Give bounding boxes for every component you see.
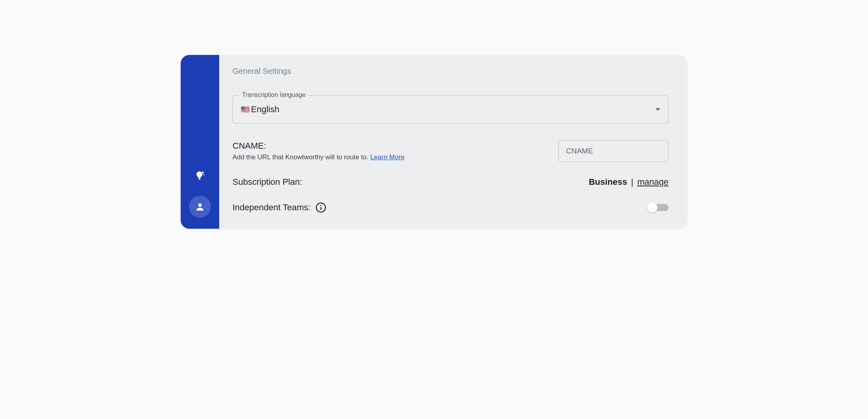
svg-rect-1 xyxy=(198,177,201,179)
cname-row: CNAME: Add the URL that Knowtworthy will… xyxy=(233,140,668,162)
sidebar-item-tips[interactable] xyxy=(189,164,211,186)
cname-learn-more-link[interactable]: Learn More xyxy=(370,153,405,161)
cname-label: CNAME: xyxy=(233,141,405,151)
info-icon[interactable] xyxy=(315,202,326,213)
svg-point-0 xyxy=(196,171,202,177)
svg-point-3 xyxy=(198,203,202,207)
toggle-knob xyxy=(647,202,657,213)
transcription-language-legend: Transcription language xyxy=(240,91,308,98)
person-icon xyxy=(195,202,205,212)
transcription-language-text: English xyxy=(251,104,279,115)
lightbulb-icon xyxy=(194,169,206,181)
us-flag-icon: 🇺🇸 xyxy=(241,106,249,113)
cname-description: Add the URL that Knowtworthy will to rou… xyxy=(233,153,405,161)
subscription-value: Business | manage xyxy=(589,177,668,187)
transcription-language-value: 🇺🇸 English xyxy=(241,104,279,115)
subscription-row: Subscription Plan: Business | manage xyxy=(233,177,668,187)
cname-label-block: CNAME: Add the URL that Knowtworthy will… xyxy=(233,141,405,161)
sidebar-item-account[interactable] xyxy=(189,196,211,218)
independent-teams-row: Independent Teams: xyxy=(233,202,668,213)
subscription-label: Subscription Plan: xyxy=(233,177,302,187)
settings-sidebar xyxy=(181,55,219,229)
subscription-plan: Business xyxy=(589,177,627,187)
svg-point-6 xyxy=(320,205,322,206)
subscription-manage-link[interactable]: manage xyxy=(637,177,668,187)
cname-description-text: Add the URL that Knowtworthy will to rou… xyxy=(233,153,370,161)
chevron-down-icon xyxy=(656,108,660,111)
independent-teams-label-line: Independent Teams: xyxy=(233,202,326,213)
transcription-language-field: Transcription language 🇺🇸 English xyxy=(233,95,668,124)
section-title: General Settings xyxy=(233,67,668,76)
settings-card: General Settings Transcription language … xyxy=(181,55,687,229)
independent-teams-label: Independent Teams: xyxy=(233,202,311,213)
settings-content: General Settings Transcription language … xyxy=(219,55,687,229)
transcription-language-select[interactable]: 🇺🇸 English xyxy=(233,95,668,124)
subscription-separator: | xyxy=(631,177,634,187)
cname-input[interactable] xyxy=(559,140,668,162)
svg-rect-2 xyxy=(198,179,200,180)
independent-teams-toggle[interactable] xyxy=(648,204,668,211)
